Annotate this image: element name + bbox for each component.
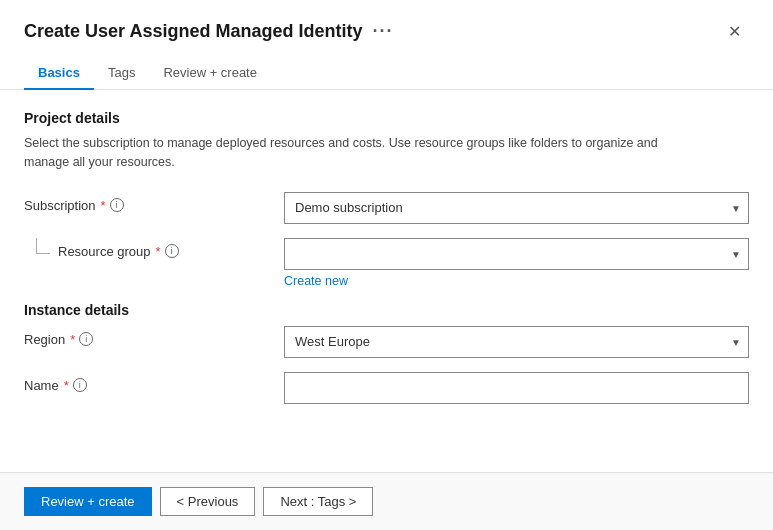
tab-basics[interactable]: Basics	[24, 57, 94, 90]
subscription-label-col: Subscription * i	[24, 192, 284, 213]
instance-details-title: Instance details	[24, 302, 749, 318]
next-button[interactable]: Next : Tags >	[263, 487, 373, 516]
region-info-icon[interactable]: i	[79, 332, 93, 346]
subscription-select[interactable]: Demo subscription	[284, 192, 749, 224]
dialog-body: Project details Select the subscription …	[0, 90, 773, 472]
region-select[interactable]: West Europe	[284, 326, 749, 358]
close-button[interactable]: ✕	[720, 18, 749, 45]
review-create-button[interactable]: Review + create	[24, 487, 152, 516]
region-control: West Europe ▼	[284, 326, 749, 358]
region-label-col: Region * i	[24, 326, 284, 347]
project-details-title: Project details	[24, 110, 749, 126]
tab-bar: Basics Tags Review + create	[0, 45, 773, 90]
region-required: *	[70, 332, 75, 347]
subscription-select-wrapper: Demo subscription ▼	[284, 192, 749, 224]
resource-group-select[interactable]	[284, 238, 749, 270]
name-control	[284, 372, 749, 404]
create-dialog: Create User Assigned Managed Identity ··…	[0, 0, 773, 530]
resource-group-label: Resource group	[58, 244, 151, 259]
name-required: *	[64, 378, 69, 393]
dialog-title: Create User Assigned Managed Identity ··…	[24, 21, 393, 42]
tab-tags[interactable]: Tags	[94, 57, 149, 90]
previous-button[interactable]: < Previous	[160, 487, 256, 516]
name-info-icon[interactable]: i	[73, 378, 87, 392]
resource-group-select-wrapper: ▼	[284, 238, 749, 270]
subscription-label: Subscription	[24, 198, 96, 213]
tab-review-create[interactable]: Review + create	[149, 57, 271, 90]
subscription-row: Subscription * i Demo subscription ▼	[24, 192, 749, 224]
resource-group-control: ▼ Create new	[284, 238, 749, 288]
more-options-icon[interactable]: ···	[372, 21, 393, 42]
name-input[interactable]	[284, 372, 749, 404]
dialog-header: Create User Assigned Managed Identity ··…	[0, 0, 773, 45]
subscription-info-icon[interactable]: i	[110, 198, 124, 212]
subscription-control: Demo subscription ▼	[284, 192, 749, 224]
dialog-title-text: Create User Assigned Managed Identity	[24, 21, 362, 42]
resource-group-row: Resource group * i ▼ Create new	[24, 238, 749, 288]
create-new-link[interactable]: Create new	[284, 274, 348, 288]
project-details-desc: Select the subscription to manage deploy…	[24, 134, 704, 172]
name-label: Name	[24, 378, 59, 393]
instance-section: Instance details Region * i West Europe …	[24, 302, 749, 404]
region-row: Region * i West Europe ▼	[24, 326, 749, 358]
resource-group-label-col: Resource group * i	[24, 238, 284, 259]
region-label: Region	[24, 332, 65, 347]
name-label-col: Name * i	[24, 372, 284, 393]
resource-group-required: *	[156, 244, 161, 259]
region-select-wrapper: West Europe ▼	[284, 326, 749, 358]
name-row: Name * i	[24, 372, 749, 404]
dialog-footer: Review + create < Previous Next : Tags >	[0, 472, 773, 530]
subscription-required: *	[101, 198, 106, 213]
resource-group-info-icon[interactable]: i	[165, 244, 179, 258]
